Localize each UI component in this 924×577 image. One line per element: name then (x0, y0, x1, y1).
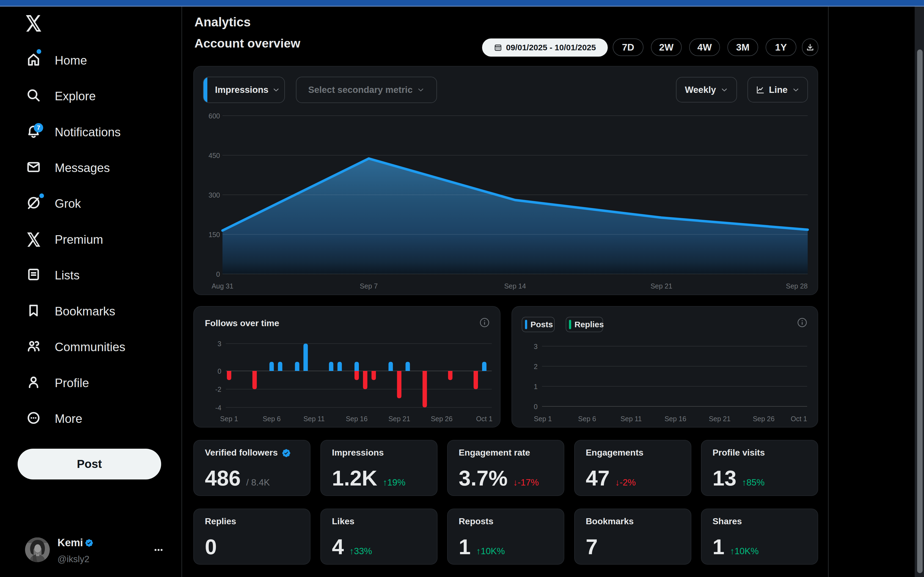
svg-text:0: 0 (216, 270, 220, 278)
svg-text:Sep 21: Sep 21 (388, 415, 410, 422)
svg-text:Sep 21: Sep 21 (709, 415, 730, 422)
svg-text:450: 450 (208, 152, 220, 160)
svg-text:-4: -4 (215, 404, 221, 412)
svg-text:600: 600 (208, 112, 220, 120)
svg-text:Sep 16: Sep 16 (664, 415, 686, 422)
svg-text:Sep 28: Sep 28 (786, 282, 808, 290)
svg-text:Oct 1: Oct 1 (476, 415, 493, 422)
svg-text:0: 0 (218, 367, 221, 375)
svg-text:3: 3 (534, 343, 538, 350)
svg-text:Sep 16: Sep 16 (346, 415, 367, 422)
svg-text:Sep 1: Sep 1 (534, 415, 552, 422)
svg-text:Sep 6: Sep 6 (263, 415, 281, 422)
svg-text:300: 300 (208, 191, 220, 199)
svg-text:Sep 21: Sep 21 (650, 282, 672, 290)
svg-text:Oct 1: Oct 1 (791, 415, 807, 422)
svg-text:Sep 11: Sep 11 (303, 415, 325, 422)
svg-text:-2: -2 (215, 385, 221, 393)
svg-text:150: 150 (208, 231, 220, 239)
svg-text:Sep 1: Sep 1 (220, 415, 238, 422)
svg-text:3: 3 (218, 340, 221, 348)
svg-text:0: 0 (534, 403, 538, 411)
svg-text:Sep 7: Sep 7 (360, 282, 378, 290)
svg-text:Sep 14: Sep 14 (504, 282, 526, 290)
svg-text:Aug 31: Aug 31 (212, 282, 233, 290)
svg-text:2: 2 (534, 363, 538, 371)
svg-text:Sep 11: Sep 11 (620, 415, 641, 422)
svg-text:Sep 26: Sep 26 (753, 415, 774, 422)
svg-text:Sep 26: Sep 26 (431, 415, 452, 422)
svg-text:1: 1 (534, 383, 538, 390)
svg-text:Sep 6: Sep 6 (578, 415, 596, 422)
